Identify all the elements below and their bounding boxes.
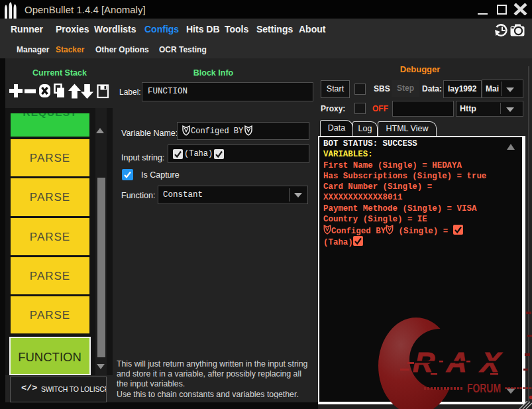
svg-text:FORUM: FORUM [467, 382, 501, 395]
